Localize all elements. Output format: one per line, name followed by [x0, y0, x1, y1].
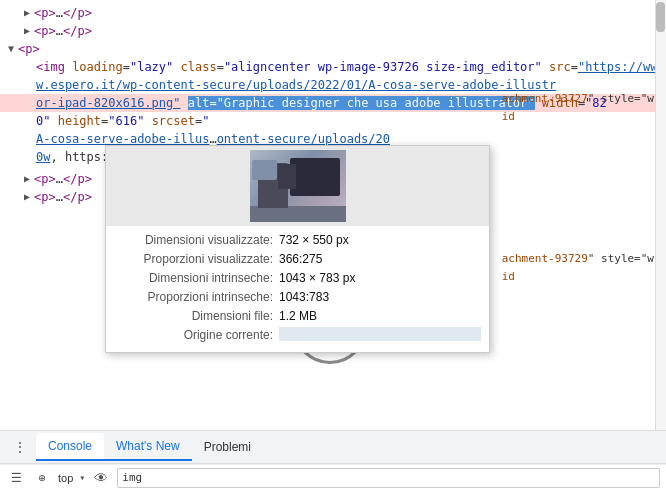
- status-row: ☰ ⊕ top ▾ 👁: [0, 464, 666, 490]
- tooltip-row-intrinsic-size: Dimensioni intrinseche: 1043 × 783 px: [114, 270, 481, 287]
- line-content: <p>…</p>: [34, 188, 92, 206]
- tree-arrow[interactable]: ▶: [24, 22, 30, 40]
- tooltip-value: 732 × 550 px: [279, 232, 349, 249]
- right-line: achment-93727" style="w: [502, 90, 654, 108]
- right-line: achment-93729" style="w: [502, 250, 654, 268]
- tooltip-row-rendered-ratio: Proporzioni visualizzate: 366:275: [114, 251, 481, 268]
- tooltip-row-origin: Origine corrente:: [114, 327, 481, 344]
- preview-image: [250, 150, 346, 222]
- devtools-tab-row: ⋮ Console What's New Problemi: [0, 430, 666, 464]
- tree-arrow[interactable]: ▶: [24, 170, 30, 188]
- tree-arrow[interactable]: ▼: [8, 40, 14, 58]
- eye-icon[interactable]: 👁: [91, 468, 111, 488]
- scrollbar[interactable]: [655, 0, 666, 430]
- tooltip-value: 366:275: [279, 251, 322, 268]
- code-line: ▶ <p>…</p>: [0, 4, 666, 22]
- line-content: 0" height="616" srcset=": [36, 112, 209, 130]
- inspect-element-icon[interactable]: ⊕: [32, 468, 52, 488]
- scrollbar-thumb[interactable]: [656, 2, 665, 32]
- code-panel: ▶ <p>…</p> ▶ <p>…</p> ▼ <p> <img loading…: [0, 0, 666, 430]
- bottom-bar: ⋮ Console What's New Problemi ☰ ⊕ top ▾ …: [0, 430, 666, 502]
- tree-arrow[interactable]: ▶: [24, 188, 30, 206]
- tab-problemi[interactable]: Problemi: [192, 434, 263, 460]
- search-input[interactable]: [117, 468, 660, 488]
- line-content: <p>: [18, 40, 40, 58]
- tooltip-row-file-size: Dimensioni file: 1.2 MB: [114, 308, 481, 325]
- tooltip-label: Proporzioni intrinseche:: [114, 289, 279, 306]
- tooltip-label: Dimensioni file:: [114, 308, 279, 325]
- tooltip-row-intrinsic-ratio: Proporzioni intrinseche: 1043:783: [114, 289, 481, 306]
- line-content: <img loading="lazy" class="aligncenter w…: [36, 58, 658, 94]
- tab-console[interactable]: Console: [36, 433, 104, 461]
- right-line: id: [502, 268, 654, 286]
- tooltip-image-preview: [106, 146, 489, 226]
- right-panel-bottom: achment-93729" style="w id: [502, 250, 654, 286]
- tooltip-info-rows: Dimensioni visualizzate: 732 × 550 px Pr…: [106, 226, 489, 352]
- tooltip-label: Origine corrente:: [114, 327, 279, 344]
- line-content: <p>…</p>: [34, 22, 92, 40]
- tree-arrow[interactable]: ▶: [24, 4, 30, 22]
- code-line: <img loading="lazy" class="aligncenter w…: [0, 58, 666, 94]
- tooltip-label: Dimensioni intrinseche:: [114, 270, 279, 287]
- tooltip-popup: Dimensioni visualizzate: 732 × 550 px Pr…: [105, 145, 490, 353]
- position-arrow[interactable]: ▾: [79, 472, 85, 483]
- tooltip-label: Proporzioni visualizzate:: [114, 251, 279, 268]
- tooltip-value: 1043:783: [279, 289, 329, 306]
- position-label: top: [58, 472, 73, 484]
- tooltip-row-rendered-size: Dimensioni visualizzate: 732 × 550 px: [114, 232, 481, 249]
- tab-left-icons: ⋮: [4, 437, 36, 457]
- right-panel-text: achment-93727" style="w id: [502, 90, 654, 126]
- code-line: ▶ <p>…</p>: [0, 22, 666, 40]
- sidebar-toggle-icon[interactable]: ☰: [6, 468, 26, 488]
- tooltip-label: Dimensioni visualizzate:: [114, 232, 279, 249]
- tab-whats-new[interactable]: What's New: [104, 433, 192, 461]
- menu-icon[interactable]: ⋮: [10, 437, 30, 457]
- line-content: <p>…</p>: [34, 170, 92, 188]
- right-line: id: [502, 108, 654, 126]
- tooltip-value: 1043 × 783 px: [279, 270, 355, 287]
- line-content: <p>…</p>: [34, 4, 92, 22]
- tooltip-value: [279, 327, 481, 341]
- tooltip-value: 1.2 MB: [279, 308, 317, 325]
- code-line: ▼ <p>: [0, 40, 666, 58]
